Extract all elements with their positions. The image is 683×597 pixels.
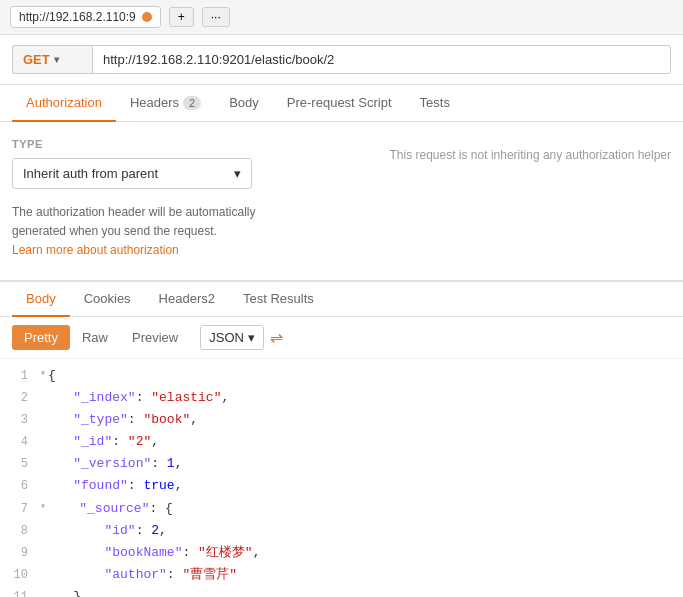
method-chevron-icon: ▾ <box>54 54 59 65</box>
auth-right-panel: This request is not inheriting any autho… <box>322 138 671 264</box>
json-line: 3 "_type": "book", <box>12 409 671 431</box>
line-number: 4 <box>12 431 40 452</box>
tab-indicator-dot <box>142 12 152 22</box>
tab-authorization[interactable]: Authorization <box>12 85 116 122</box>
url-input[interactable] <box>92 45 671 74</box>
line-number: 1 <box>12 365 40 386</box>
auth-learn-more-link[interactable]: Learn more about authorization <box>12 243 179 257</box>
json-line: 4 "_id": "2", <box>12 431 671 453</box>
line-content: "_type": "book", <box>42 409 671 431</box>
format-type-value: JSON <box>209 330 244 345</box>
response-tab-headers[interactable]: Headers2 <box>145 282 229 317</box>
line-number: 7 <box>12 498 40 519</box>
new-tab-button[interactable]: + <box>169 7 194 27</box>
json-line: 5 "_version": 1, <box>12 453 671 475</box>
line-number: 10 <box>12 564 40 585</box>
toggle-arrow-icon[interactable]: ▾ <box>40 498 46 515</box>
line-content: "_source": { <box>48 498 671 520</box>
method-selector[interactable]: GET ▾ <box>12 45 92 74</box>
line-content: { <box>48 365 671 387</box>
auth-dropdown-chevron-icon: ▾ <box>234 166 241 181</box>
line-content: "_version": 1, <box>42 453 671 475</box>
request-tabs: Authorization Headers2 Body Pre-request … <box>0 85 683 122</box>
line-number: 3 <box>12 409 40 430</box>
line-number: 8 <box>12 520 40 541</box>
request-bar: GET ▾ <box>0 35 683 85</box>
method-label: GET <box>23 52 50 67</box>
json-line: 2 "_index": "elastic", <box>12 387 671 409</box>
line-content: "_index": "elastic", <box>42 387 671 409</box>
preview-button[interactable]: Preview <box>120 325 190 350</box>
json-line: 1 ▾ { <box>12 365 671 387</box>
line-number: 11 <box>12 586 40 597</box>
json-line: 7 ▾ "_source": { <box>12 498 671 520</box>
line-number: 2 <box>12 387 40 408</box>
line-content: "found": true, <box>42 475 671 497</box>
format-type-dropdown[interactable]: JSON ▾ <box>200 325 264 350</box>
response-tab-test-results[interactable]: Test Results <box>229 282 328 317</box>
tab-body[interactable]: Body <box>215 85 273 122</box>
browser-tab[interactable]: http://192.168.2.110:9 <box>10 6 161 28</box>
response-tab-body[interactable]: Body <box>12 282 70 317</box>
response-tabs: Body Cookies Headers2 Test Results <box>0 282 683 317</box>
tab-tests[interactable]: Tests <box>406 85 464 122</box>
auth-description: The authorization header will be automat… <box>12 203 302 261</box>
line-content: "bookName": "红楼梦", <box>42 542 671 564</box>
format-chevron-icon: ▾ <box>248 330 255 345</box>
line-content: "author": "曹雪芹" <box>42 564 671 586</box>
json-line: 11 } <box>12 586 671 597</box>
auth-helper-text: This request is not inheriting any autho… <box>390 148 672 162</box>
auth-type-value: Inherit auth from parent <box>23 166 158 181</box>
auth-left-panel: TYPE Inherit auth from parent ▾ The auth… <box>12 138 322 264</box>
line-number: 6 <box>12 475 40 496</box>
tab-headers[interactable]: Headers2 <box>116 85 215 122</box>
line-content: "id": 2, <box>42 520 671 542</box>
json-output: 1 ▾ { 2 "_index": "elastic", 3 "_type": … <box>0 359 683 597</box>
line-number: 5 <box>12 453 40 474</box>
wrap-icon[interactable]: ⇌ <box>270 328 283 347</box>
line-content: "_id": "2", <box>42 431 671 453</box>
json-line: 8 "id": 2, <box>12 520 671 542</box>
more-options-button[interactable]: ··· <box>202 7 230 27</box>
tab-pre-request[interactable]: Pre-request Script <box>273 85 406 122</box>
toggle-arrow-icon[interactable]: ▾ <box>40 365 46 382</box>
browser-chrome: http://192.168.2.110:9 + ··· <box>0 0 683 35</box>
tab-url-text: http://192.168.2.110:9 <box>19 10 136 24</box>
response-tab-cookies[interactable]: Cookies <box>70 282 145 317</box>
line-number: 9 <box>12 542 40 563</box>
format-bar: Pretty Raw Preview JSON ▾ ⇌ <box>0 317 683 359</box>
raw-button[interactable]: Raw <box>70 325 120 350</box>
postman-app: GET ▾ Authorization Headers2 Body Pre-re… <box>0 35 683 597</box>
auth-type-label: TYPE <box>12 138 302 150</box>
json-line: 6 "found": true, <box>12 475 671 497</box>
auth-type-dropdown[interactable]: Inherit auth from parent ▾ <box>12 158 252 189</box>
pretty-button[interactable]: Pretty <box>12 325 70 350</box>
auth-section: TYPE Inherit auth from parent ▾ The auth… <box>0 122 683 282</box>
json-line: 9 "bookName": "红楼梦", <box>12 542 671 564</box>
json-line: 10 "author": "曹雪芹" <box>12 564 671 586</box>
line-content: } <box>42 586 671 597</box>
